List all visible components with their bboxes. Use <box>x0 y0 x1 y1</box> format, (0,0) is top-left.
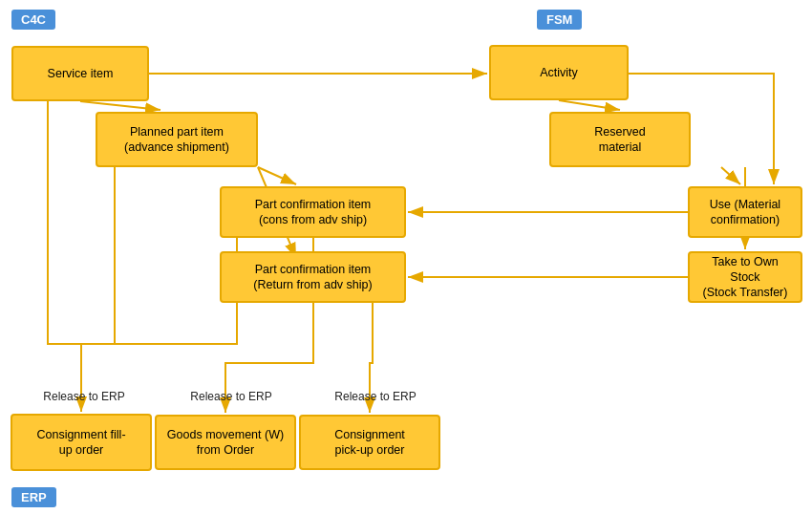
use-material-box: Use (Materialconfirmation) <box>688 186 802 238</box>
c4c-badge: C4C <box>11 10 55 30</box>
svg-line-7 <box>721 167 740 184</box>
release-erp-label-2: Release to ERP <box>160 390 302 403</box>
release-erp-label-3: Release to ERP <box>305 390 446 403</box>
fsm-badge: FSM <box>537 10 582 30</box>
service-item-box: Service item <box>11 46 149 101</box>
part-conf-return-box: Part confirmation item(Return from adv s… <box>220 251 406 303</box>
part-conf-cons-box: Part confirmation item(cons from adv shi… <box>220 186 406 238</box>
goods-movement-box: Goods movement (W)from Order <box>155 415 296 470</box>
reserved-material-box: Reservedmaterial <box>549 112 691 167</box>
release-erp-label-1: Release to ERP <box>15 390 153 403</box>
svg-line-1 <box>559 100 620 110</box>
diagram-container: C4C FSM ERP Service item Activity Planne… <box>0 0 812 514</box>
consignment-fillup-box: Consignment fill-up order <box>11 414 152 471</box>
planned-part-box: Planned part item(advance shipment) <box>96 112 258 167</box>
activity-box: Activity <box>489 45 629 100</box>
svg-line-2 <box>80 101 160 110</box>
take-own-stock-box: Take to Own Stock(Stock Transfer) <box>688 251 802 303</box>
consignment-pickup-box: Consignmentpick-up order <box>299 415 440 470</box>
svg-line-3 <box>258 167 296 184</box>
erp-badge: ERP <box>11 487 56 507</box>
